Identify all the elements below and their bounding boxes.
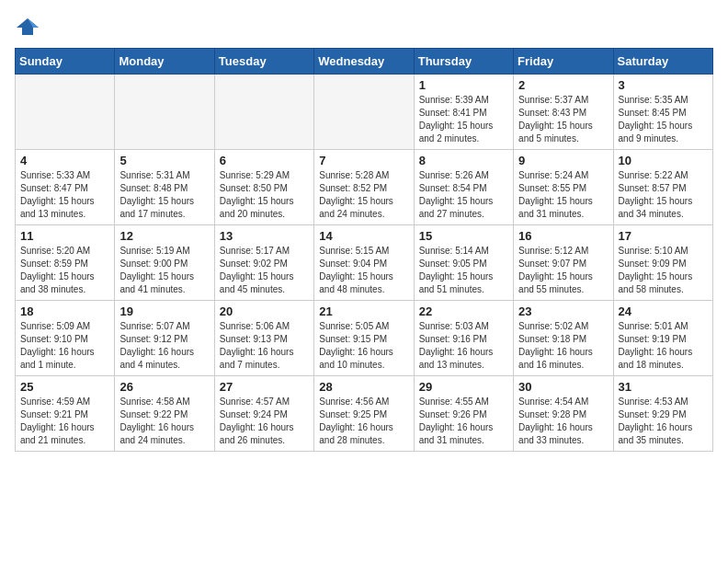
calendar-cell: 6Sunrise: 5:29 AM Sunset: 8:50 PM Daylig… <box>214 150 313 225</box>
weekday-header-thursday: Thursday <box>414 49 513 75</box>
day-number: 27 <box>220 380 309 394</box>
day-info: Sunrise: 5:39 AM Sunset: 8:41 PM Dayligh… <box>419 94 508 145</box>
day-number: 17 <box>619 229 708 243</box>
day-number: 13 <box>220 229 309 243</box>
day-info: Sunrise: 4:57 AM Sunset: 9:24 PM Dayligh… <box>220 396 309 447</box>
calendar-cell: 8Sunrise: 5:26 AM Sunset: 8:54 PM Daylig… <box>414 150 513 225</box>
calendar-cell: 29Sunrise: 4:55 AM Sunset: 9:26 PM Dayli… <box>414 376 513 452</box>
day-info: Sunrise: 5:22 AM Sunset: 8:57 PM Dayligh… <box>619 169 708 221</box>
calendar-cell: 14Sunrise: 5:15 AM Sunset: 9:04 PM Dayli… <box>314 225 414 301</box>
day-info: Sunrise: 5:26 AM Sunset: 8:54 PM Dayligh… <box>419 169 508 221</box>
calendar-week-3: 11Sunrise: 5:20 AM Sunset: 8:59 PM Dayli… <box>16 225 713 301</box>
calendar-cell: 7Sunrise: 5:28 AM Sunset: 8:52 PM Daylig… <box>314 150 414 225</box>
calendar-cell: 18Sunrise: 5:09 AM Sunset: 9:10 PM Dayli… <box>16 301 115 376</box>
calendar-cell: 28Sunrise: 4:56 AM Sunset: 9:25 PM Dayli… <box>314 376 414 452</box>
day-number: 7 <box>319 154 408 167</box>
calendar-cell: 27Sunrise: 4:57 AM Sunset: 9:24 PM Dayli… <box>214 376 313 452</box>
day-info: Sunrise: 5:37 AM Sunset: 8:43 PM Dayligh… <box>518 94 608 145</box>
day-info: Sunrise: 4:59 AM Sunset: 9:21 PM Dayligh… <box>20 396 109 447</box>
calendar-week-1: 1Sunrise: 5:39 AM Sunset: 8:41 PM Daylig… <box>16 75 713 150</box>
day-number: 6 <box>220 154 309 167</box>
calendar-cell <box>16 75 115 150</box>
day-number: 22 <box>419 304 508 318</box>
day-info: Sunrise: 4:58 AM Sunset: 9:22 PM Dayligh… <box>119 396 209 447</box>
logo <box>15 15 44 40</box>
calendar-cell: 10Sunrise: 5:22 AM Sunset: 8:57 PM Dayli… <box>613 150 712 225</box>
day-info: Sunrise: 5:17 AM Sunset: 9:02 PM Dayligh… <box>220 245 309 296</box>
day-info: Sunrise: 4:55 AM Sunset: 9:26 PM Dayligh… <box>419 396 508 447</box>
day-number: 3 <box>619 78 708 92</box>
day-info: Sunrise: 5:31 AM Sunset: 8:48 PM Dayligh… <box>119 169 209 221</box>
day-info: Sunrise: 5:33 AM Sunset: 8:47 PM Dayligh… <box>20 169 109 221</box>
day-number: 28 <box>319 380 408 394</box>
weekday-header-tuesday: Tuesday <box>214 49 313 75</box>
calendar-cell: 9Sunrise: 5:24 AM Sunset: 8:55 PM Daylig… <box>514 150 613 225</box>
day-number: 9 <box>518 154 608 167</box>
day-info: Sunrise: 5:09 AM Sunset: 9:10 PM Dayligh… <box>20 320 109 372</box>
calendar-cell <box>214 75 313 150</box>
day-info: Sunrise: 5:15 AM Sunset: 9:04 PM Dayligh… <box>319 245 408 296</box>
day-info: Sunrise: 5:10 AM Sunset: 9:09 PM Dayligh… <box>619 245 708 296</box>
calendar-cell: 19Sunrise: 5:07 AM Sunset: 9:12 PM Dayli… <box>115 301 214 376</box>
day-number: 15 <box>419 229 508 243</box>
calendar-week-5: 25Sunrise: 4:59 AM Sunset: 9:21 PM Dayli… <box>16 376 713 452</box>
day-info: Sunrise: 5:20 AM Sunset: 8:59 PM Dayligh… <box>20 245 109 296</box>
weekday-header-row: SundayMondayTuesdayWednesdayThursdayFrid… <box>16 49 713 75</box>
day-info: Sunrise: 5:28 AM Sunset: 8:52 PM Dayligh… <box>319 169 408 221</box>
calendar-cell: 24Sunrise: 5:01 AM Sunset: 9:19 PM Dayli… <box>613 301 712 376</box>
day-number: 16 <box>518 229 608 243</box>
day-info: Sunrise: 4:56 AM Sunset: 9:25 PM Dayligh… <box>319 396 408 447</box>
day-info: Sunrise: 5:19 AM Sunset: 9:00 PM Dayligh… <box>119 245 209 296</box>
logo-icon <box>15 15 40 40</box>
day-number: 26 <box>119 380 209 394</box>
weekday-header-sunday: Sunday <box>16 49 115 75</box>
day-number: 29 <box>419 380 508 394</box>
calendar-cell: 26Sunrise: 4:58 AM Sunset: 9:22 PM Dayli… <box>115 376 214 452</box>
day-info: Sunrise: 4:54 AM Sunset: 9:28 PM Dayligh… <box>518 396 608 447</box>
page-header <box>15 15 713 40</box>
day-number: 5 <box>119 154 209 167</box>
calendar-cell: 12Sunrise: 5:19 AM Sunset: 9:00 PM Dayli… <box>115 225 214 301</box>
day-info: Sunrise: 4:53 AM Sunset: 9:29 PM Dayligh… <box>619 396 708 447</box>
day-info: Sunrise: 5:03 AM Sunset: 9:16 PM Dayligh… <box>419 320 508 372</box>
calendar-cell: 31Sunrise: 4:53 AM Sunset: 9:29 PM Dayli… <box>613 376 712 452</box>
calendar-cell: 1Sunrise: 5:39 AM Sunset: 8:41 PM Daylig… <box>414 75 513 150</box>
calendar-cell: 2Sunrise: 5:37 AM Sunset: 8:43 PM Daylig… <box>514 75 613 150</box>
day-number: 18 <box>20 304 109 318</box>
day-number: 20 <box>220 304 309 318</box>
calendar-cell: 25Sunrise: 4:59 AM Sunset: 9:21 PM Dayli… <box>16 376 115 452</box>
day-number: 4 <box>20 154 109 167</box>
calendar-cell: 3Sunrise: 5:35 AM Sunset: 8:45 PM Daylig… <box>613 75 712 150</box>
day-info: Sunrise: 5:29 AM Sunset: 8:50 PM Dayligh… <box>220 169 309 221</box>
day-info: Sunrise: 5:12 AM Sunset: 9:07 PM Dayligh… <box>518 245 608 296</box>
day-info: Sunrise: 5:24 AM Sunset: 8:55 PM Dayligh… <box>518 169 608 221</box>
calendar-cell <box>314 75 414 150</box>
day-number: 19 <box>119 304 209 318</box>
day-info: Sunrise: 5:06 AM Sunset: 9:13 PM Dayligh… <box>220 320 309 372</box>
weekday-header-monday: Monday <box>115 49 214 75</box>
day-number: 23 <box>518 304 608 318</box>
calendar-cell: 16Sunrise: 5:12 AM Sunset: 9:07 PM Dayli… <box>514 225 613 301</box>
calendar-cell: 15Sunrise: 5:14 AM Sunset: 9:05 PM Dayli… <box>414 225 513 301</box>
day-info: Sunrise: 5:01 AM Sunset: 9:19 PM Dayligh… <box>619 320 708 372</box>
calendar-cell: 21Sunrise: 5:05 AM Sunset: 9:15 PM Dayli… <box>314 301 414 376</box>
day-info: Sunrise: 5:35 AM Sunset: 8:45 PM Dayligh… <box>619 94 708 145</box>
day-number: 8 <box>419 154 508 167</box>
calendar-week-2: 4Sunrise: 5:33 AM Sunset: 8:47 PM Daylig… <box>16 150 713 225</box>
day-number: 30 <box>518 380 608 394</box>
day-number: 12 <box>119 229 209 243</box>
calendar-cell: 30Sunrise: 4:54 AM Sunset: 9:28 PM Dayli… <box>514 376 613 452</box>
day-info: Sunrise: 5:14 AM Sunset: 9:05 PM Dayligh… <box>419 245 508 296</box>
day-number: 21 <box>319 304 408 318</box>
day-number: 1 <box>419 78 508 92</box>
day-number: 31 <box>619 380 708 394</box>
calendar-cell: 4Sunrise: 5:33 AM Sunset: 8:47 PM Daylig… <box>16 150 115 225</box>
calendar-cell: 22Sunrise: 5:03 AM Sunset: 9:16 PM Dayli… <box>414 301 513 376</box>
day-number: 14 <box>319 229 408 243</box>
calendar-cell: 13Sunrise: 5:17 AM Sunset: 9:02 PM Dayli… <box>214 225 313 301</box>
calendar-cell <box>115 75 214 150</box>
day-number: 11 <box>20 229 109 243</box>
weekday-header-saturday: Saturday <box>613 49 712 75</box>
calendar-week-4: 18Sunrise: 5:09 AM Sunset: 9:10 PM Dayli… <box>16 301 713 376</box>
day-info: Sunrise: 5:05 AM Sunset: 9:15 PM Dayligh… <box>319 320 408 372</box>
